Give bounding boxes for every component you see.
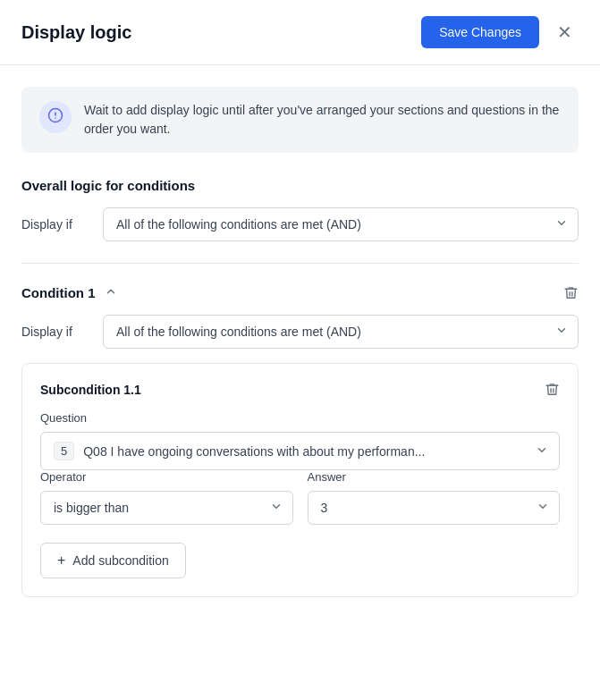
lightbulb-icon: [47, 107, 63, 127]
condition-1-title: Condition 1: [21, 285, 96, 300]
add-subcondition-label: Add subcondition: [72, 553, 168, 568]
question-field: Question 5 Q08 I have ongoing conversati…: [40, 411, 560, 470]
modal-header: Display logic Save Changes ✕: [0, 0, 600, 65]
overall-logic-title: Overall logic for conditions: [21, 178, 579, 193]
answer-label: Answer: [308, 470, 561, 484]
condition-1-delete-button[interactable]: [563, 285, 579, 300]
subcondition-1-1-block: Subcondition 1.1 Question 5 Q08 I ha: [21, 363, 579, 597]
plus-icon: +: [57, 552, 65, 569]
overall-display-if-select[interactable]: All of the following conditions are met …: [103, 207, 579, 241]
operator-select[interactable]: is bigger than: [40, 491, 293, 525]
answer-select[interactable]: 3: [308, 491, 561, 525]
overall-display-if-label: Display if: [21, 217, 89, 232]
operator-answer-row: Operator is bigger than Answer: [40, 470, 560, 525]
add-subcondition-button[interactable]: + Add subcondition: [40, 543, 186, 578]
question-number-badge: 5: [54, 442, 74, 460]
overall-display-if-row: Display if All of the following conditio…: [21, 207, 579, 241]
subcondition-1-1-delete-button[interactable]: [545, 382, 560, 397]
info-banner: Wait to add display logic until after yo…: [21, 87, 579, 153]
answer-select-wrapper: 3: [308, 491, 561, 525]
condition-1-display-if-select-wrapper: All of the following conditions are met …: [103, 315, 579, 349]
overall-display-if-select-wrapper: All of the following conditions are met …: [103, 207, 579, 241]
answer-field-group: Answer 3: [308, 470, 561, 525]
close-icon: ✕: [557, 21, 572, 43]
operator-label: Operator: [40, 470, 293, 484]
condition-1-display-if-row: Display if All of the following conditio…: [21, 315, 579, 349]
header-actions: Save Changes ✕: [421, 16, 579, 48]
subcondition-1-1-header: Subcondition 1.1: [40, 382, 560, 397]
condition-1-collapse-icon[interactable]: [105, 285, 117, 300]
condition-1-title-group: Condition 1: [21, 285, 117, 300]
save-button[interactable]: Save Changes: [421, 16, 539, 48]
section-divider: [21, 263, 579, 264]
condition-1-section: Condition 1 Display if All of: [21, 285, 579, 597]
condition-1-display-if-select[interactable]: All of the following conditions are met …: [103, 315, 579, 349]
condition-1-display-if-label: Display if: [21, 325, 89, 339]
info-icon-wrapper: [39, 101, 72, 133]
question-field-label: Question: [40, 411, 560, 425]
main-content: Wait to add display logic until after yo…: [0, 65, 600, 619]
close-button[interactable]: ✕: [550, 18, 579, 46]
question-select[interactable]: 5 Q08 I have ongoing conversations with …: [40, 432, 560, 470]
operator-select-wrapper: is bigger than: [40, 491, 293, 525]
condition-1-header: Condition 1: [21, 285, 579, 300]
operator-field-group: Operator is bigger than: [40, 470, 293, 525]
page-title: Display logic: [21, 22, 131, 43]
question-select-chevron-icon: [536, 443, 548, 459]
question-text: Q08 I have ongoing conversations with ab…: [83, 444, 523, 459]
overall-logic-section: Overall logic for conditions Display if …: [21, 178, 579, 241]
subcondition-1-1-title: Subcondition 1.1: [40, 383, 141, 397]
info-banner-text: Wait to add display logic until after yo…: [84, 101, 561, 139]
